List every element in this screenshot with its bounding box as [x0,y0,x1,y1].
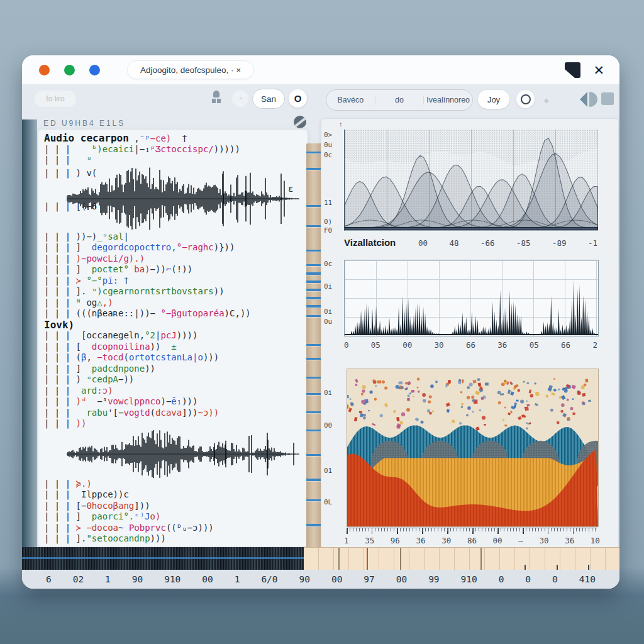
chart3-y-axis: 0i00010L [321,369,343,526]
code-token: o) [150,511,161,521]
code-token: , [129,133,140,143]
ruler-number: 00 [331,574,342,584]
code-token: ba) [134,264,150,274]
code-token: _ᵘsal [97,231,123,242]
segment-ivealinnoreo[interactable]: Ivealínnoreo [423,96,472,104]
ruler-number: 1 [105,574,111,584]
minimap-mark [306,205,322,207]
chart1-x-axis: Vizallatcion 0048-66-85-89-1 [344,237,597,248]
code-token: ≻ [76,275,87,286]
tick-label: 00 [402,340,412,350]
ruler-number: 0 [552,574,558,584]
tick-label: 36 [497,340,507,350]
code-area[interactable]: Audio cecarpon ,⁻ᵖ−ce) †| | | ᵇ)ecaici|−… [38,130,308,545]
minimap-mark [306,305,322,308]
stop-icon[interactable] [601,92,614,105]
code-token: ])) [134,501,150,511]
code-token: )− [160,396,171,406]
timeline-ruler[interactable]: 6021909100016/09000970099910000410 [22,570,619,589]
tick-label: 96 [391,536,400,545]
code-token: −6 [86,201,97,211]
search-button[interactable]: O [289,89,307,108]
document-tab[interactable]: Adjoogito, deofcspuleo, · × [127,60,254,79]
minimap-mark [306,344,322,346]
traffic-light-zoom[interactable] [89,65,100,75]
traffic-light-close[interactable] [39,65,50,75]
traffic-light-minimize[interactable] [64,65,75,75]
embedded-waveform: | | | ) v(| | | [(−6ε [44,166,308,231]
code-token: ≻ −docoa [76,523,118,533]
code-token [123,523,128,533]
code-token: paorci°. [92,511,134,521]
timeline-gridline [338,548,340,570]
code-token: '[− [108,408,123,418]
code-token: )) [76,418,87,428]
ruler-number: 1 [235,574,240,584]
code-token: °−βgutoparéa [160,308,224,318]
minimap-scroll-strip[interactable] [306,143,322,552]
tick-label: 1 [344,536,349,545]
ruler-number: 6 [46,574,52,584]
chart2-waveform-plot [344,260,599,336]
slash-badge-icon [294,116,306,128]
code-token: ))) [150,533,166,543]
chart3-spectral-plot [347,369,599,527]
code-line: | | | ≽.) [44,479,308,490]
chart3-tick-ruler [347,528,597,535]
code-token: | | | ( [44,352,81,362]
timeline-grid-strip[interactable] [304,547,619,570]
embedded-waveform [44,430,308,479]
code-token: , [86,352,97,362]
faded-circle-icon[interactable]: ◔ [232,91,248,107]
code-editor[interactable]: Audio cecarpon ,⁻ᵖ−ce) †| | | ᵇ)ecaici|−… [38,129,308,547]
chart1-density-plot [344,130,598,231]
breadcrumb[interactable]: ▼ ED U9HB4 E1LS [32,117,125,130]
code-token: "setoocandnp [86,533,150,543]
left-gutter-bar[interactable] [22,119,37,548]
segment-bavéco[interactable]: Bavéco [326,96,375,104]
code-line: Iovk) [44,319,308,331]
tick-label: 05 [530,340,539,350]
segment-do[interactable]: do [375,96,424,104]
minimap-mark [306,225,322,227]
tick-label: 48 [449,238,458,248]
code-token: )) [150,341,172,352]
code-token: ))) [182,396,197,406]
code-line: | | | Ilppce))c [44,489,308,501]
code-line: | | | ≻ °−°pī: † [44,275,308,287]
joy-button[interactable]: Joy [478,90,509,109]
close-icon[interactable]: ✕ [593,64,604,77]
code-token: ~ɔ)) [198,408,219,418]
code-token: | | | ))−) [44,231,97,242]
code-token: [( [76,201,87,211]
code-token: | [123,231,128,242]
chart2-x-axis: 0050030663605662 [344,340,597,350]
chart1-y-axis: 0>0u0c110)F0 [321,130,343,230]
code-token: | | | ] [44,511,92,521]
code-token: ,) [103,297,113,308]
san-button[interactable]: San [252,89,285,109]
minimap-mark [306,524,322,526]
person-icon[interactable] [211,91,222,107]
tick-label: 00 [493,536,502,545]
code-line: | | | [−0hocoβang])) [44,501,308,512]
play-icon[interactable] [580,92,597,107]
code-token: degordcopocttro, [92,242,177,252]
timeline-waveform-strip[interactable] [22,547,304,570]
code-token: .) [134,253,145,264]
code-token: ard [81,386,97,396]
code-token: dcopnoilina [92,341,150,352]
code-line: Audio cecarpon ,⁻ᵖ−ce) † [44,133,308,144]
view-segmented-control: Bavéco do Ivealínnoreo [326,89,473,111]
code-line: | | | ) ᵒcedpA−)) [44,374,308,386]
ruler-number: 00 [202,574,213,584]
ruler-number: 0 [499,574,504,584]
search-icon[interactable] [516,90,535,108]
code-line: | | | )−powcLi/g).) [44,253,308,265]
tick-label: 35 [365,536,374,545]
left-faint-pill[interactable]: fo liro [35,91,76,107]
timeline-gridline [400,548,401,570]
app-window: Adjoogito, deofcspuleo, · × ✕ fo liro ◔ … [22,55,619,589]
code-token: | | | ) [44,374,86,384]
code-token: ortotcstanLa|o [129,352,203,362]
